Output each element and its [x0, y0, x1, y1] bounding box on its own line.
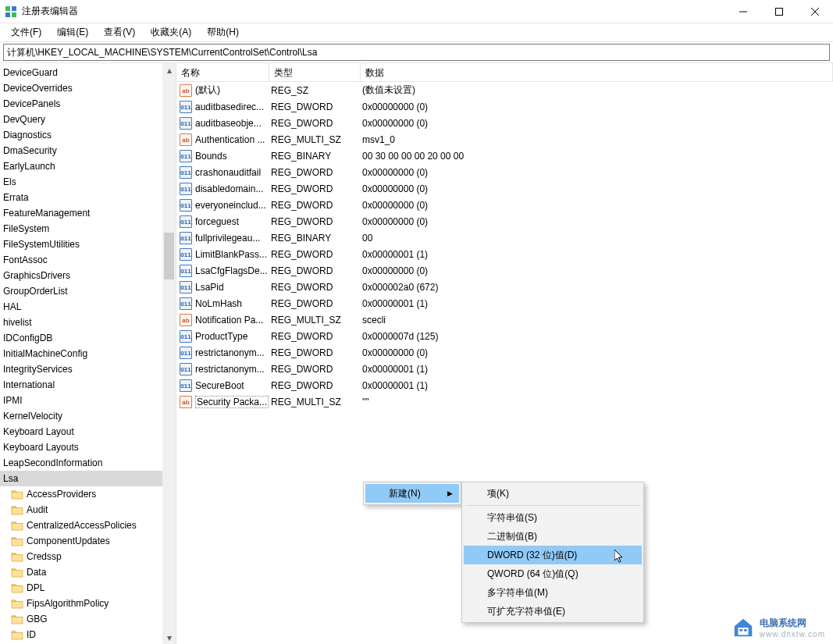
list-row[interactable]: abAuthentication ...REG_MULTI_SZmsv1_0	[176, 131, 833, 148]
binary-value-icon: 011	[180, 330, 192, 343]
value-type: REG_DWORD	[269, 200, 361, 211]
list-row[interactable]: 011SecureBootREG_DWORD0x00000001 (1)	[176, 377, 833, 393]
tree-item-accessproviders[interactable]: AccessProviders	[0, 486, 176, 502]
address-bar[interactable]: 计算机\HKEY_LOCAL_MACHINE\SYSTEM\CurrentCon…	[3, 44, 830, 61]
tree-pane[interactable]: DeviceGuardDeviceOverridesDevicePanelsDe…	[0, 63, 176, 644]
submenu-item-2[interactable]: 字符串值(S)	[464, 508, 642, 527]
svg-rect-3	[12, 12, 16, 17]
tree-item-dmasecurity[interactable]: DmaSecurity	[0, 143, 176, 158]
menu-3[interactable]: 收藏夹(A)	[143, 23, 199, 41]
list-row[interactable]: 011ProductTypeREG_DWORD0x0000007d (125)	[176, 328, 833, 344]
scroll-up-icon[interactable]: ▴	[162, 63, 176, 76]
list-row[interactable]: 011fullprivilegeau...REG_BINARY00	[176, 229, 833, 246]
tree-item-ipmi[interactable]: IPMI	[0, 393, 176, 408]
list-row[interactable]: 011NoLmHashREG_DWORD0x00000001 (1)	[176, 295, 833, 311]
string-value-icon: ab	[180, 314, 192, 326]
tree-item-deviceoverrides[interactable]: DeviceOverrides	[0, 80, 176, 96]
tree-item-deviceguard[interactable]: DeviceGuard	[0, 65, 176, 80]
list-row[interactable]: 011auditbasedirec...REG_DWORD0x00000000 …	[176, 98, 833, 115]
close-button[interactable]	[797, 1, 833, 23]
submenu-item-0[interactable]: 项(K)	[464, 484, 642, 503]
list-row[interactable]: 011crashonauditfailREG_DWORD0x00000000 (…	[176, 164, 833, 180]
column-data[interactable]: 数据	[361, 63, 833, 81]
tree-item-keyboard-layout[interactable]: Keyboard Layout	[0, 424, 176, 439]
tree-item-els[interactable]: Els	[0, 174, 176, 190]
value-data: 00 30 00 00 00 20 00 00	[361, 151, 833, 162]
tree-item-kernelvelocity[interactable]: KernelVelocity	[0, 408, 176, 424]
tree-item-initialmachineconfig[interactable]: InitialMachineConfig	[0, 346, 176, 361]
tree-item-id[interactable]: ID	[0, 627, 176, 642]
app-icon	[5, 5, 17, 18]
folder-icon	[11, 551, 23, 562]
tree-item-fontassoc[interactable]: FontAssoc	[0, 252, 176, 268]
list-row[interactable]: 011everyoneinclud...REG_DWORD0x00000000 …	[176, 197, 833, 213]
tree-item-filesystem[interactable]: FileSystem	[0, 221, 176, 237]
tree-item-centralizedaccesspolicies[interactable]: CentralizedAccessPolicies	[0, 518, 176, 533]
tree-scrollbar[interactable]: ▴ ▾	[162, 63, 176, 644]
tree-item-credssp[interactable]: Credssp	[0, 549, 176, 564]
menu-1[interactable]: 编辑(E)	[49, 23, 96, 41]
list-row[interactable]: 011restrictanonym...REG_DWORD0x00000001 …	[176, 361, 833, 377]
list-row[interactable]: 011BoundsREG_BINARY00 30 00 00 00 20 00 …	[176, 148, 833, 164]
tree-item-devquery[interactable]: DevQuery	[0, 112, 176, 127]
value-data: (数值未设置)	[361, 84, 833, 97]
tree-item-grouporderlist[interactable]: GroupOrderList	[0, 283, 176, 299]
tree-item-label: Credssp	[27, 551, 62, 562]
folder-icon	[11, 520, 23, 531]
menu-4[interactable]: 帮助(H)	[199, 23, 247, 41]
tree-item-componentupdates[interactable]: ComponentUpdates	[0, 533, 176, 549]
value-type: REG_DWORD	[269, 101, 361, 112]
tree-item-hivelist[interactable]: hivelist	[0, 315, 176, 330]
scroll-thumb[interactable]	[164, 233, 174, 279]
tree-item-diagnostics[interactable]: Diagnostics	[0, 127, 176, 143]
submenu-item-5[interactable]: QWORD (64 位)值(Q)	[464, 564, 642, 583]
list-row[interactable]: abSecurity Packa...REG_MULTI_SZ""	[176, 393, 833, 410]
list-row[interactable]: 011auditbaseobje...REG_DWORD0x00000000 (…	[176, 115, 833, 131]
scroll-down-icon[interactable]: ▾	[162, 631, 176, 644]
tree-item-earlylaunch[interactable]: EarlyLaunch	[0, 158, 176, 174]
column-type[interactable]: 类型	[269, 63, 361, 81]
value-type: REG_DWORD	[269, 282, 361, 293]
binary-value-icon: 011	[180, 215, 192, 228]
list-row[interactable]: abNotification Pa...REG_MULTI_SZscecli	[176, 311, 833, 328]
column-name[interactable]: 名称	[176, 63, 269, 81]
submenu-item-7[interactable]: 可扩充字符串值(E)	[464, 602, 642, 621]
tree-item-dpl[interactable]: DPL	[0, 580, 176, 596]
tree-item-keyboard-layouts[interactable]: Keyboard Layouts	[0, 439, 176, 455]
list-row[interactable]: ab(默认)REG_SZ(数值未设置)	[176, 82, 833, 98]
tree-item-audit[interactable]: Audit	[0, 502, 176, 518]
string-value-icon: ab	[180, 84, 192, 97]
list-row[interactable]: 011LsaCfgFlagsDe...REG_DWORD0x00000000 (…	[176, 262, 833, 279]
tree-item-gbg[interactable]: GBG	[0, 611, 176, 627]
submenu-item-6[interactable]: 多字符串值(M)	[464, 583, 642, 602]
maximize-button[interactable]	[761, 1, 797, 23]
list-row[interactable]: 011LimitBlankPass...REG_DWORD0x00000001 …	[176, 246, 833, 262]
tree-item-hal[interactable]: HAL	[0, 299, 176, 315]
menu-0[interactable]: 文件(F)	[3, 23, 49, 41]
tree-item-fipsalgorithmpolicy[interactable]: FipsAlgorithmPolicy	[0, 596, 176, 611]
folder-icon	[11, 629, 23, 640]
list-row[interactable]: 011restrictanonym...REG_DWORD0x00000000 …	[176, 344, 833, 361]
menu-item-new[interactable]: 新建(N) ▶	[365, 484, 459, 503]
minimize-button[interactable]	[725, 1, 761, 23]
window-title: 注册表编辑器	[22, 5, 725, 18]
tree-item-graphicsdrivers[interactable]: GraphicsDrivers	[0, 268, 176, 283]
list-row[interactable]: 011forceguestREG_DWORD0x00000000 (0)	[176, 213, 833, 229]
tree-item-filesystemutilities[interactable]: FileSystemUtilities	[0, 237, 176, 252]
cell-name: ab(默认)	[176, 84, 269, 97]
tree-item-errata[interactable]: Errata	[0, 190, 176, 205]
watermark: 电脑系统网 www.dnxtw.com	[732, 616, 825, 639]
tree-item-international[interactable]: International	[0, 377, 176, 393]
tree-item-label: DevicePanels	[3, 98, 60, 109]
tree-item-devicepanels[interactable]: DevicePanels	[0, 96, 176, 112]
tree-item-idconfigdb[interactable]: IDConfigDB	[0, 330, 176, 346]
tree-item-featuremanagement[interactable]: FeatureManagement	[0, 205, 176, 221]
tree-item-integrityservices[interactable]: IntegrityServices	[0, 361, 176, 377]
menu-2[interactable]: 查看(V)	[96, 23, 143, 41]
tree-item-lsa[interactable]: Lsa	[0, 471, 176, 486]
list-row[interactable]: 011disabledomain...REG_DWORD0x00000000 (…	[176, 180, 833, 197]
list-row[interactable]: 011LsaPidREG_DWORD0x000002a0 (672)	[176, 279, 833, 295]
tree-item-data[interactable]: Data	[0, 564, 176, 580]
submenu-item-3[interactable]: 二进制值(B)	[464, 527, 642, 546]
tree-item-leapsecondinformation[interactable]: LeapSecondInformation	[0, 455, 176, 471]
